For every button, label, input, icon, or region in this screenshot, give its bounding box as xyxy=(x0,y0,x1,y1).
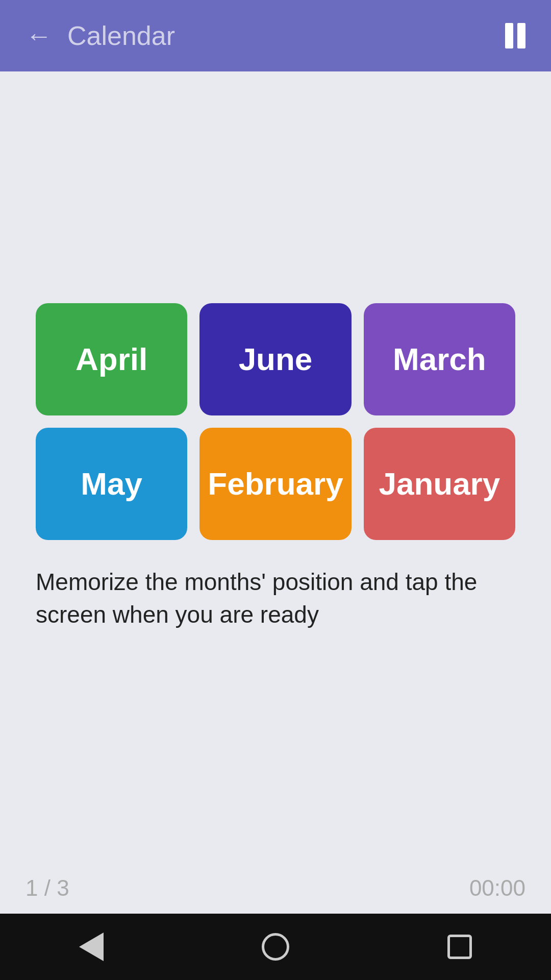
month-label-may: May xyxy=(81,465,142,502)
month-label-june: June xyxy=(239,341,313,377)
month-label-march: March xyxy=(393,341,486,377)
status-bar: 1 / 3 00:00 xyxy=(0,863,551,914)
nav-back-icon[interactable] xyxy=(79,933,104,961)
month-label-february: February xyxy=(208,465,343,502)
month-label-april: April xyxy=(76,341,147,377)
progress-indicator: 1 / 3 xyxy=(26,875,69,901)
pause-bar-left xyxy=(505,23,513,48)
nav-home-icon[interactable] xyxy=(262,933,289,961)
recents-square xyxy=(447,935,472,959)
month-grid: April June March May February January xyxy=(36,303,515,540)
month-tile-april[interactable]: April xyxy=(36,303,187,415)
instruction-text: Memorize the months' position and tap th… xyxy=(36,566,515,631)
timer-display: 00:00 xyxy=(469,875,525,901)
month-tile-march[interactable]: March xyxy=(364,303,515,415)
back-icon[interactable]: ← xyxy=(26,20,52,51)
app-bar-title: Calendar xyxy=(67,20,175,51)
month-tile-june[interactable]: June xyxy=(199,303,351,415)
month-label-january: January xyxy=(379,465,500,502)
back-triangle xyxy=(79,933,104,961)
month-tile-may[interactable]: May xyxy=(36,428,187,540)
month-tile-february[interactable]: February xyxy=(199,428,351,540)
main-content: April June March May February January Me… xyxy=(0,71,551,863)
pause-bar-right xyxy=(517,23,525,48)
home-circle xyxy=(262,933,289,961)
month-tile-january[interactable]: January xyxy=(364,428,515,540)
nav-bar xyxy=(0,914,551,980)
pause-icon[interactable] xyxy=(505,23,525,48)
app-bar-left: ← Calendar xyxy=(26,20,175,51)
nav-recents-icon[interactable] xyxy=(447,935,472,959)
app-bar: ← Calendar xyxy=(0,0,551,71)
